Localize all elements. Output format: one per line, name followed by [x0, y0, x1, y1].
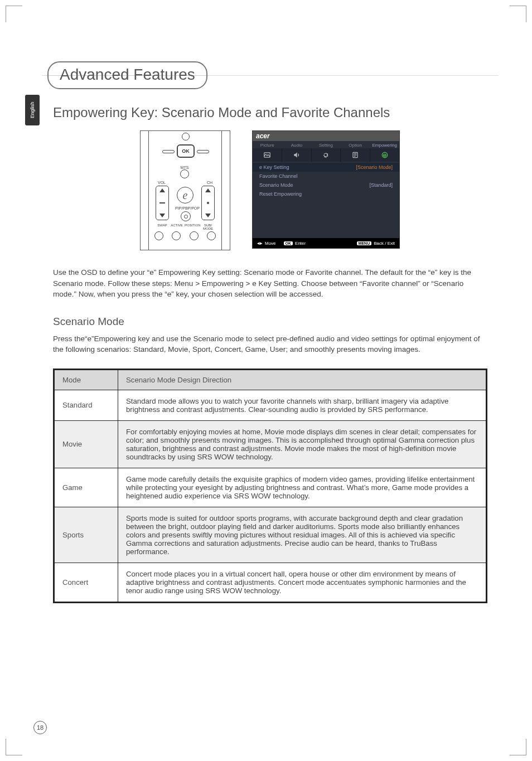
osd-row: Favorite Channel: [253, 172, 399, 181]
remote-dpad: OK: [166, 134, 206, 168]
dpad-right-icon: [197, 150, 209, 153]
picture-icon: [253, 148, 282, 162]
subsection-intro: Press the“e”Empowering key and use the S…: [53, 333, 487, 355]
table-header-desc: Scenario Mode Design Direction: [118, 369, 487, 390]
mode-desc-cell: For comfortably enjoying movies at home,…: [118, 420, 487, 468]
vol-label: VOL: [158, 181, 166, 185]
osd-tab-option: Option: [341, 141, 370, 148]
empowering-e-button-icon: e: [177, 187, 194, 203]
mode-desc-cell: Standard mode allows you to watch your f…: [118, 390, 487, 420]
osd-footer: ◂▸Move OKEnter MENUBack / Exit: [253, 238, 399, 248]
table-row: SportsSports mode is suited for outdoor …: [54, 507, 487, 563]
page-content: Advanced Features Empowering Key: Scenar…: [0, 0, 532, 637]
ch-label: CH: [207, 181, 212, 185]
table-row: ConcertConcert mode places you in a virt…: [54, 563, 487, 602]
osd-menu: e Key Setting[Scenario Mode]Favorite Cha…: [253, 162, 399, 238]
table-header-mode: Mode: [54, 369, 118, 390]
setting-icon: [312, 148, 341, 162]
osd-row: e Key Setting[Scenario Mode]: [253, 163, 399, 172]
table-row: StandardStandard mode allows you to watc…: [54, 390, 487, 420]
submode-button-icon: [207, 231, 216, 240]
channel-rocker: [201, 186, 215, 220]
volume-rocker: [156, 186, 169, 220]
page-number: 18: [33, 721, 47, 734]
mode-name-cell: Sports: [54, 507, 118, 563]
active-button-icon: [172, 231, 181, 240]
mode-name-cell: Standard: [54, 390, 118, 420]
intro-paragraph: Use the OSD to define your “e” Empowerin…: [53, 267, 487, 300]
section-title: Empowering Key: Scenario Mode and Favori…: [53, 105, 487, 120]
osd-brand: acer: [253, 131, 399, 141]
option-icon: [341, 148, 370, 162]
swap-button-icon: [154, 231, 163, 240]
table-row: GameGame mode carefully details the exqu…: [54, 468, 487, 507]
dpad-left-icon: [162, 150, 175, 153]
osd-row-label: Scenario Mode: [259, 182, 293, 188]
footer-enter: Enter: [295, 241, 306, 246]
ch-dot-icon: [207, 202, 209, 204]
submode-label: SUB/ MODE: [201, 224, 215, 230]
ch-up-icon: [205, 188, 211, 192]
vol-down-icon: [159, 214, 165, 217]
remote-figure: OK MTS VOL CH e: [141, 130, 230, 250]
pip-button-icon: [181, 211, 191, 221]
osd-tab-setting: Setting: [311, 141, 341, 148]
osd-row: Scenario Mode[Standard]: [253, 181, 399, 190]
menu-chip: MENU: [357, 241, 372, 245]
mode-desc-cell: Game mode carefully details the exquisit…: [118, 468, 487, 507]
osd-tabs: Picture Audio Setting Option Empowering: [253, 141, 399, 148]
scenario-mode-table: Mode Scenario Mode Design Direction Stan…: [53, 369, 487, 603]
footer-backexit: Back / Exit: [374, 241, 395, 246]
vol-up-icon: [159, 188, 165, 192]
dpad-up-icon: [182, 133, 190, 140]
mode-desc-cell: Concert mode places you in a virtual con…: [118, 563, 487, 602]
ch-down-icon: [205, 214, 211, 217]
osd-figure: acer Picture Audio Setting Option Empowe…: [252, 130, 400, 249]
mode-name-cell: Movie: [54, 420, 118, 468]
mts-button-icon: [180, 169, 189, 178]
audio-icon: [282, 148, 312, 162]
osd-tab-empowering: Empowering: [370, 141, 399, 148]
active-label: ACTIVE: [170, 224, 183, 230]
ok-button: OK: [177, 144, 195, 158]
osd-row-label: Favorite Channel: [259, 173, 298, 179]
osd-tab-picture: Picture: [253, 141, 282, 148]
position-button-icon: [190, 231, 199, 240]
mode-name-cell: Concert: [54, 563, 118, 602]
osd-row: Reset Empowering: [253, 190, 399, 198]
nav-arrows-icon: ◂▸: [257, 240, 263, 246]
vol-dash-icon: [159, 202, 165, 203]
empowering-icon: [370, 148, 399, 162]
subsection-title: Scenario Mode: [53, 316, 487, 328]
osd-row-value: [Standard]: [369, 182, 393, 188]
osd-tab-audio: Audio: [282, 141, 312, 148]
osd-row-value: [Scenario Mode]: [356, 164, 393, 170]
table-row: MovieFor comfortably enjoying movies at …: [54, 420, 487, 468]
mts-label: MTS: [180, 166, 189, 169]
pip-label: PIP/PBP/POP: [175, 206, 196, 210]
osd-row-label: Reset Empowering: [259, 191, 302, 197]
footer-move: Move: [265, 241, 276, 246]
ok-chip: OK: [284, 241, 293, 245]
position-label: POSITION: [185, 224, 200, 230]
chapter-title: Advanced Features: [47, 61, 207, 89]
osd-row-label: e Key Setting: [259, 164, 289, 170]
mode-desc-cell: Sports mode is suited for outdoor sports…: [118, 507, 487, 563]
swap-label: SWAP: [156, 224, 169, 230]
mode-name-cell: Game: [54, 468, 118, 507]
